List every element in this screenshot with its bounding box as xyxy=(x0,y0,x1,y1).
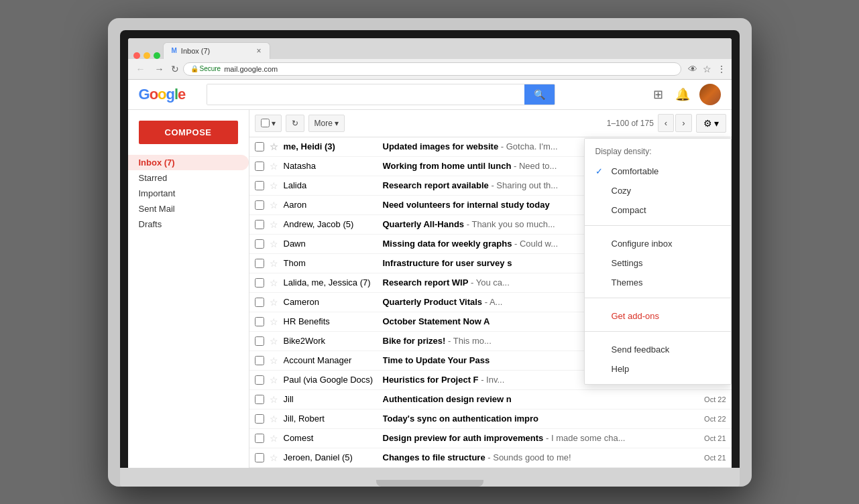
search-bar[interactable]: 🔍 xyxy=(207,84,555,105)
star-icon[interactable]: ☆ xyxy=(270,316,278,327)
email-subject: Changes to file structure - Sounds good … xyxy=(383,452,694,462)
tab-title: Inbox (7) xyxy=(181,47,210,55)
minimize-window-btn[interactable] xyxy=(144,52,150,59)
bookmark-button[interactable]: ☆ xyxy=(703,64,711,74)
sidebar-item-important[interactable]: Important xyxy=(128,186,249,201)
email-checkbox[interactable] xyxy=(255,162,264,171)
select-all-checkbox[interactable] xyxy=(261,119,270,127)
star-icon[interactable]: ☆ xyxy=(270,258,278,269)
compose-button[interactable]: COMPOSE xyxy=(139,121,238,144)
star-icon[interactable]: ☆ xyxy=(270,161,278,172)
sidebar-item-sent[interactable]: Sent Mail xyxy=(128,201,249,216)
back-button[interactable]: ← xyxy=(133,62,148,76)
email-row[interactable]: ☆ Jill, Robert Today's sync on authentic… xyxy=(249,410,732,429)
email-sender: Andrew, Jacob (5) xyxy=(284,219,378,229)
browser-controls: ← → ↻ 🔒 Secure mail.google.com 👁 ☆ ⋮ xyxy=(128,59,732,79)
email-checkbox[interactable] xyxy=(255,142,264,151)
refresh-button[interactable]: ↻ xyxy=(286,115,304,132)
email-checkbox[interactable] xyxy=(255,317,264,326)
email-row[interactable]: ☆ Comest Design preview for auth improve… xyxy=(249,429,732,448)
reload-button[interactable]: ↻ xyxy=(171,64,179,74)
settings-dropdown-arrow: ▾ xyxy=(714,118,719,129)
email-checkbox[interactable] xyxy=(255,239,264,249)
email-checkbox[interactable] xyxy=(255,200,264,210)
sent-label: Sent Mail xyxy=(139,204,238,214)
important-label: Important xyxy=(139,188,238,198)
star-icon[interactable]: ☆ xyxy=(270,355,278,366)
url-text: mail.google.com xyxy=(224,65,278,73)
star-icon[interactable]: ☆ xyxy=(270,336,278,346)
sidebar-item-starred[interactable]: Starred xyxy=(128,170,249,186)
forward-button[interactable]: → xyxy=(152,62,167,76)
sidebar-item-drafts[interactable]: Drafts xyxy=(128,216,249,232)
star-icon[interactable]: ☆ xyxy=(270,452,278,463)
star-icon[interactable]: ☆ xyxy=(270,200,278,210)
gear-icon: ⚙ xyxy=(703,118,712,129)
email-row[interactable]: ☆ Jill Authentication design review n Oc… xyxy=(249,390,732,410)
address-bar[interactable]: 🔒 Secure mail.google.com xyxy=(183,62,681,76)
next-page-button[interactable]: › xyxy=(675,114,691,132)
email-checkbox[interactable] xyxy=(255,453,264,462)
search-input[interactable] xyxy=(207,84,524,105)
prev-page-button[interactable]: ‹ xyxy=(658,114,674,132)
email-checkbox[interactable] xyxy=(255,356,264,365)
density-compact[interactable]: Compact xyxy=(585,200,731,220)
menu-button[interactable]: ⋮ xyxy=(717,64,726,74)
tab-favicon: M xyxy=(172,47,177,54)
email-checkbox[interactable] xyxy=(255,220,264,229)
star-icon[interactable]: ☆ xyxy=(270,394,278,405)
settings-item[interactable]: Settings xyxy=(585,253,731,273)
star-icon[interactable]: ☆ xyxy=(270,277,278,288)
gmail-topbar: Google 🔍 ⊞ 🔔 xyxy=(128,80,732,110)
email-sender: Cameron xyxy=(284,297,378,307)
gmail-app: Google 🔍 ⊞ 🔔 xyxy=(128,80,732,468)
more-label: More xyxy=(314,119,333,128)
email-checkbox[interactable] xyxy=(255,336,264,346)
star-icon[interactable]: ☆ xyxy=(270,239,278,249)
starred-label: Starred xyxy=(139,173,238,183)
email-date: Oct 22 xyxy=(704,395,726,403)
cast-button[interactable]: 👁 xyxy=(688,64,697,74)
sidebar-item-inbox[interactable]: Inbox (7) xyxy=(128,155,249,170)
select-checkbox-btn[interactable]: ▾ xyxy=(255,115,282,132)
maximize-window-btn[interactable] xyxy=(154,52,160,59)
email-date: Oct 22 xyxy=(704,415,726,423)
lock-icon: 🔒 xyxy=(190,65,198,72)
star-icon[interactable]: ☆ xyxy=(270,414,278,424)
email-checkbox[interactable] xyxy=(255,298,264,307)
close-window-btn[interactable] xyxy=(133,52,140,59)
email-toolbar: ▾ ↻ More ▾ 1–100 of 175 ‹ › xyxy=(249,110,732,137)
star-icon[interactable]: ☆ xyxy=(270,141,278,152)
star-icon[interactable]: ☆ xyxy=(270,433,278,444)
select-dropdown-icon[interactable]: ▾ xyxy=(272,119,276,128)
star-icon[interactable]: ☆ xyxy=(270,297,278,308)
email-row[interactable]: ☆ Jeroen, Daniel (5) Changes to file str… xyxy=(249,448,732,468)
tab-close-button[interactable]: × xyxy=(256,46,261,56)
email-checkbox[interactable] xyxy=(255,395,264,404)
star-icon[interactable]: ☆ xyxy=(270,375,278,385)
density-comfortable[interactable]: Comfortable xyxy=(585,162,731,181)
email-checkbox[interactable] xyxy=(255,259,264,268)
configure-inbox-item[interactable]: Configure inbox xyxy=(585,234,731,253)
apps-grid-button[interactable]: ⊞ xyxy=(650,84,666,105)
browser-chrome: M Inbox (7) × ← → ↻ 🔒 Secure mail.googl xyxy=(128,38,732,80)
send-feedback-item[interactable]: Send feedback xyxy=(585,340,731,359)
get-addons-item[interactable]: Get add-ons xyxy=(585,306,731,326)
avatar[interactable] xyxy=(699,84,721,105)
email-checkbox[interactable] xyxy=(255,278,264,288)
density-cozy[interactable]: Cozy xyxy=(585,181,731,200)
email-checkbox[interactable] xyxy=(255,375,264,385)
email-date: Oct 21 xyxy=(704,454,726,462)
help-item[interactable]: Help xyxy=(585,359,731,379)
email-checkbox[interactable] xyxy=(255,414,264,424)
notifications-button[interactable]: 🔔 xyxy=(673,84,693,105)
more-button[interactable]: More ▾ xyxy=(308,115,345,132)
settings-button[interactable]: ⚙ ▾ xyxy=(696,114,726,133)
themes-item[interactable]: Themes xyxy=(585,273,731,292)
email-checkbox[interactable] xyxy=(255,434,264,443)
star-icon[interactable]: ☆ xyxy=(270,219,278,230)
search-button[interactable]: 🔍 xyxy=(524,84,555,105)
email-checkbox[interactable] xyxy=(255,181,264,190)
active-tab[interactable]: M Inbox (7) × xyxy=(163,42,270,59)
star-icon[interactable]: ☆ xyxy=(270,180,278,191)
